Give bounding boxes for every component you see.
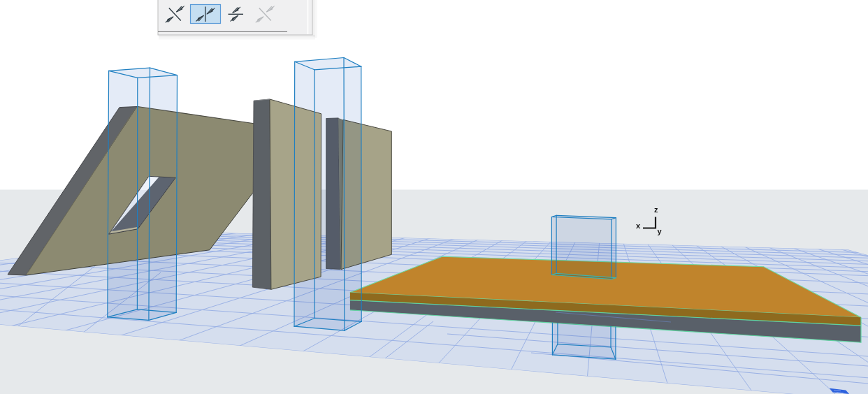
svg-text:x: x — [636, 221, 641, 230]
svg-text:z: z — [654, 205, 658, 214]
svg-text:y: y — [658, 227, 663, 235]
